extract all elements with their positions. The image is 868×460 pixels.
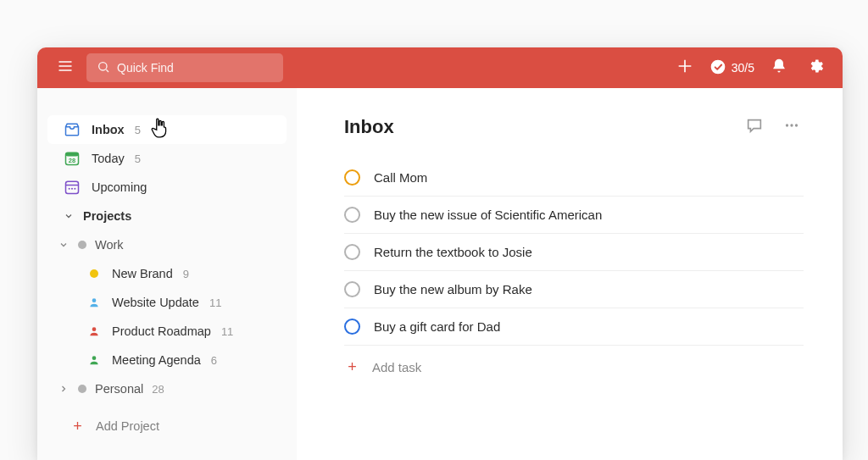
project-group-work[interactable]: Work (53, 230, 287, 259)
task-checkbox[interactable] (344, 169, 360, 186)
menu-button[interactable] (51, 53, 80, 82)
project-color-dot (78, 241, 86, 249)
task-title: Return the textbook to Josie (374, 245, 532, 259)
project-item-meeting-agenda[interactable]: Meeting Agenda 6 (53, 346, 287, 374)
app-window: Quick Find 30/5 (37, 47, 843, 460)
person-icon (86, 325, 102, 337)
person-icon (86, 354, 102, 366)
project-item-label: Website Update (112, 296, 199, 309)
search-placeholder: Quick Find (117, 61, 174, 75)
task-title: Call Mom (374, 170, 427, 185)
svg-point-21 (795, 124, 798, 126)
inbox-icon (63, 120, 81, 139)
productivity-label: 30/5 (732, 61, 754, 75)
svg-point-19 (786, 124, 788, 126)
project-item-count: 9 (183, 268, 189, 280)
project-group-label: Personal (95, 382, 143, 396)
svg-point-17 (92, 327, 97, 331)
task-title: Buy the new issue of Scientific American (374, 208, 602, 222)
task-row[interactable]: Buy the new issue of Scientific American (344, 197, 804, 234)
add-project-button[interactable]: + Add Project (53, 412, 287, 441)
sidebar-item-today[interactable]: 28 Today 5 (47, 144, 287, 173)
svg-point-7 (710, 59, 725, 74)
sidebar-item-label: Today (92, 152, 125, 165)
project-item-product-roadmap[interactable]: Product Roadmap 11 (53, 317, 287, 346)
project-group-label: Work (95, 238, 124, 252)
project-group-personal[interactable]: Personal 28 (53, 374, 287, 403)
task-row[interactable]: Return the textbook to Josie (344, 234, 804, 271)
calendar-today-icon: 28 (63, 149, 81, 168)
add-project-label: Add Project (96, 419, 159, 433)
project-group-count: 28 (152, 383, 164, 396)
sidebar-item-upcoming[interactable]: Upcoming (47, 173, 287, 202)
project-item-count: 11 (209, 297, 221, 309)
svg-point-18 (92, 356, 97, 360)
task-list: Call MomBuy the new issue of Scientific … (344, 159, 804, 346)
project-item-label: New Brand (112, 267, 173, 280)
chevron-right-icon (58, 384, 70, 394)
svg-point-20 (790, 124, 793, 126)
sidebar-item-label: Inbox (92, 123, 125, 136)
sidebar-item-count: 5 (135, 124, 141, 136)
task-checkbox[interactable] (344, 207, 360, 223)
check-circle-icon (709, 58, 726, 78)
project-item-label: Meeting Agenda (112, 353, 201, 367)
topbar-actions: 30/5 (672, 55, 829, 80)
hamburger-icon (57, 58, 74, 78)
sidebar-item-inbox[interactable]: Inbox 5 (47, 115, 287, 144)
task-row[interactable]: Buy a gift card for Dad (344, 308, 804, 346)
task-row[interactable]: Buy the new album by Rake (344, 271, 804, 308)
calendar-upcoming-icon (63, 178, 81, 197)
chevron-down-icon (63, 211, 75, 221)
more-horizontal-icon (782, 116, 801, 138)
project-item-count: 11 (221, 325, 233, 338)
person-icon (86, 297, 102, 308)
task-checkbox[interactable] (344, 319, 360, 335)
add-task-label: Add task (372, 360, 421, 374)
task-row[interactable]: Call Mom (344, 159, 804, 197)
comment-icon (745, 116, 764, 138)
sidebar-item-label: Upcoming (92, 180, 147, 194)
project-item-label: Product Roadmap (112, 324, 211, 338)
sidebar-item-count: 5 (135, 152, 141, 165)
svg-line-4 (106, 69, 108, 72)
project-item-new-brand[interactable]: New Brand 9 (53, 259, 287, 288)
sidebar: Inbox 5 28 Today 5 Upcoming Pro (37, 88, 297, 460)
notifications-button[interactable] (766, 55, 792, 80)
plus-icon: + (344, 359, 360, 374)
task-checkbox[interactable] (344, 281, 360, 297)
productivity-button[interactable]: 30/5 (709, 58, 754, 78)
project-item-count: 6 (211, 354, 217, 367)
svg-point-3 (99, 62, 107, 69)
search-input[interactable]: Quick Find (86, 53, 283, 82)
svg-text:28: 28 (69, 157, 75, 164)
add-button[interactable] (672, 55, 698, 80)
chevron-down-icon (58, 240, 70, 250)
plus-icon (676, 57, 694, 79)
comments-button[interactable] (743, 115, 766, 139)
projects-label: Projects (83, 209, 131, 223)
gear-icon (808, 58, 825, 78)
project-item-website-update[interactable]: Website Update 11 (53, 288, 287, 317)
more-options-button[interactable] (780, 115, 804, 139)
task-title: Buy a gift card for Dad (374, 319, 500, 334)
svg-rect-9 (66, 152, 79, 156)
topbar: Quick Find 30/5 (37, 47, 843, 88)
svg-rect-11 (66, 181, 79, 193)
bell-icon (771, 58, 787, 78)
sidebar-projects-header[interactable]: Projects (47, 202, 287, 230)
add-task-button[interactable]: + Add task (344, 346, 804, 388)
project-color-dot (86, 269, 102, 278)
settings-button[interactable] (804, 55, 829, 80)
task-title: Buy the new album by Rake (374, 282, 532, 297)
search-icon (97, 60, 110, 76)
svg-point-16 (92, 298, 97, 302)
page-title: Inbox (344, 116, 394, 138)
plus-icon: + (70, 418, 86, 434)
main-content: Inbox Call MomBuy the new issue of Scien… (297, 88, 843, 460)
project-color-dot (78, 385, 86, 393)
task-checkbox[interactable] (344, 244, 360, 260)
